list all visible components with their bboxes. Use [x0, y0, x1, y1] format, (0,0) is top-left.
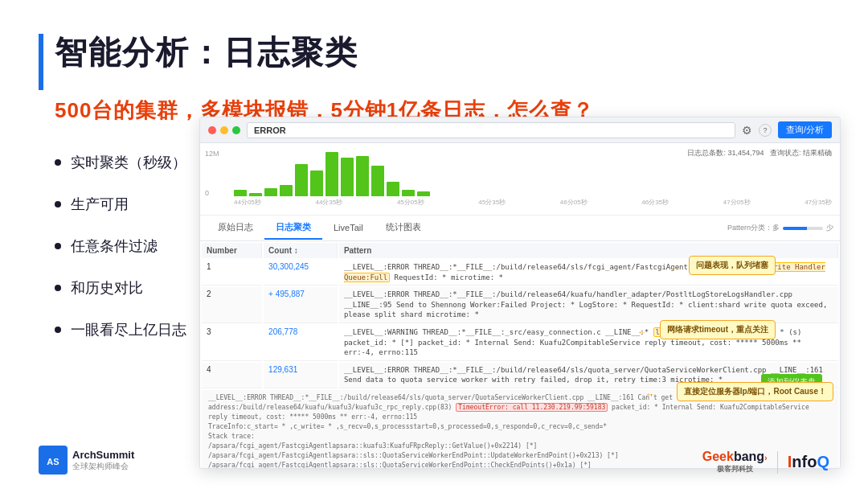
search-bar[interactable]: ERROR	[247, 122, 735, 138]
bullet-text-5: 一眼看尽上亿日志	[71, 320, 186, 339]
row2-pattern: __LEVEL__:ERROR THREAD__:*__FILE__:/buil…	[339, 287, 838, 323]
callout-queue: 问题表现，队列堵塞	[689, 256, 776, 275]
bar-12	[402, 190, 415, 196]
help-icon[interactable]: ?	[759, 124, 772, 137]
bar-10	[371, 166, 384, 196]
logo-divider	[777, 451, 778, 474]
arrow-queue: ←	[671, 262, 681, 273]
callout-root-cause: 直接定位服务器Ip/端口，Root Cause！	[677, 382, 833, 401]
x-label-8: 47分35秒	[805, 198, 832, 207]
trace-line-2: address:/build/release64/kuafu/kuafu3/ku…	[208, 403, 832, 422]
infoq-q: Q	[817, 453, 829, 471]
bullet-text-3: 任意条件过滤	[71, 236, 158, 256]
bullet-dot-1	[55, 159, 61, 166]
bullet-dot-5	[55, 327, 61, 333]
bullet-text-2: 生产可用	[71, 195, 129, 214]
row2-num: 2	[202, 287, 262, 323]
x-label-1: 44分05秒	[234, 198, 261, 207]
row4-num: 4	[202, 363, 262, 388]
panel-topbar: ERROR ⚙ ? 查询/分析	[200, 117, 840, 143]
col-number: Number	[202, 243, 262, 258]
maximize-dot	[232, 126, 240, 134]
log-cluster-table: Number Count ↕ Pattern 1 30,300,245 __LE…	[200, 241, 840, 469]
chart-y-label: 12M	[205, 150, 219, 158]
row1-num: 1	[202, 260, 262, 286]
bar-4	[280, 185, 293, 196]
svg-text:AS: AS	[47, 457, 59, 466]
x-label-2: 44分35秒	[315, 198, 342, 207]
arch-summit-logo: AS ArchSummit 全球架构师峰会	[39, 446, 134, 475]
slider-track	[783, 227, 823, 230]
bar-6	[310, 171, 323, 196]
chart-accuracy: 查询状态: 结果精确	[770, 149, 832, 157]
page-title: 智能分析：日志聚类	[55, 31, 358, 75]
arch-sub: 全球架构师峰会	[72, 461, 134, 472]
row4-count: 129,631	[264, 363, 338, 388]
accent-bar	[39, 34, 43, 90]
stack-title: Stack trace:	[208, 432, 832, 442]
timeout-error-highlight: TimeoutError: call 11.230.219.99:59183	[456, 403, 608, 412]
bullet-item-1: 实时聚类（秒级）	[55, 153, 186, 172]
search-value: ERROR	[254, 125, 286, 135]
table-row: 2 + 495,887 __LEVEL__:ERROR THREAD__:*__…	[202, 287, 838, 323]
bar-8	[341, 158, 354, 196]
close-dot	[208, 126, 216, 134]
bullet-text-4: 和历史对比	[71, 278, 143, 298]
bar-11	[387, 182, 399, 196]
chart-info: 日志总条数: 31,454,794 查询状态: 结果精确	[687, 148, 832, 158]
row1-count-link[interactable]: 30,300,245	[268, 262, 309, 271]
row4-count-link[interactable]: 129,631	[268, 365, 297, 374]
x-label-5: 46分05秒	[560, 198, 588, 207]
col-count: Count ↕	[264, 243, 338, 258]
arrow-root-cause: ←	[645, 388, 655, 400]
arrow-timeout: ←	[637, 327, 647, 338]
geek-text: Geek	[702, 450, 734, 463]
tab-raw-log[interactable]: 原始日志	[207, 216, 264, 240]
pattern-filter-label: Pattern分类：多	[727, 223, 780, 233]
bullet-list: 实时聚类（秒级）生产可用任意条件过滤和历史对比一眼看尽上亿日志	[55, 153, 186, 339]
bang-text: bang	[734, 450, 764, 463]
x-label-7: 47分05秒	[723, 198, 751, 207]
x-label-3: 45分05秒	[397, 198, 424, 207]
bullet-dot-3	[55, 243, 61, 249]
tab-livetail[interactable]: LiveTail	[322, 218, 375, 239]
bullet-dot-2	[55, 201, 61, 208]
bottom-right-logos: Geekbang› 极客邦科技 InfoQ	[702, 450, 829, 475]
tab-stats-chart[interactable]: 统计图表	[375, 216, 432, 240]
window-controls	[208, 126, 240, 134]
arch-summit-text: ArchSummit 全球架构师峰会	[72, 449, 134, 472]
chart-area: 12M 0 日志总条数: 31,454,794 查询状态: 结果精确 44分05…	[200, 143, 840, 216]
chart-zero-label: 0	[205, 189, 209, 197]
chart-total: 日志总条数: 31,454,794	[687, 149, 764, 157]
bar-9	[356, 156, 369, 196]
row2-count-link[interactable]: + 495,887	[268, 290, 305, 298]
callout-timeout: 网络请求timeout，重点关注	[660, 320, 776, 339]
demo-panel: ERROR ⚙ ? 查询/分析 12M 0 日志总条数: 31,454,794 …	[199, 117, 841, 469]
geekbang-logo: Geekbang› 极客邦科技	[702, 450, 768, 475]
query-button[interactable]: 查询/分析	[778, 121, 832, 138]
bullet-item-3: 任意条件过滤	[55, 236, 186, 256]
bullet-item-5: 一眼看尽上亿日志	[55, 320, 186, 339]
geekbang-brand: Geekbang›	[702, 450, 768, 464]
bar-3	[264, 188, 277, 196]
row3-count: 206,778	[264, 325, 338, 361]
bullet-item-4: 和历史对比	[55, 278, 186, 298]
arrow-icon: ›	[764, 453, 768, 462]
panel-tabs: 原始日志 日志聚类 LiveTail 统计图表 Pattern分类：多 少	[200, 216, 840, 241]
row1-count: 30,300,245	[264, 260, 338, 286]
settings-icon[interactable]: ⚙	[742, 124, 752, 137]
arch-name: ArchSummit	[72, 449, 134, 461]
bullet-text-1: 实时聚类（秒级）	[71, 153, 186, 172]
chart-x-labels: 44分05秒 44分35秒 45分05秒 45分35秒 46分05秒 46分35…	[234, 198, 832, 207]
geekbang-zh: 极客邦科技	[717, 464, 753, 475]
row2-count: + 495,887	[264, 287, 338, 323]
slider-end-label: 少	[826, 223, 833, 233]
bar-2	[249, 193, 262, 196]
bar-7	[326, 152, 338, 196]
pattern-filter: Pattern分类：多 少	[727, 223, 833, 233]
bar-5	[295, 164, 308, 196]
row3-count-link[interactable]: 206,778	[268, 327, 297, 336]
bar-1	[234, 190, 247, 196]
tab-log-cluster[interactable]: 日志聚类	[264, 216, 322, 240]
arch-summit-icon: AS	[39, 446, 68, 475]
